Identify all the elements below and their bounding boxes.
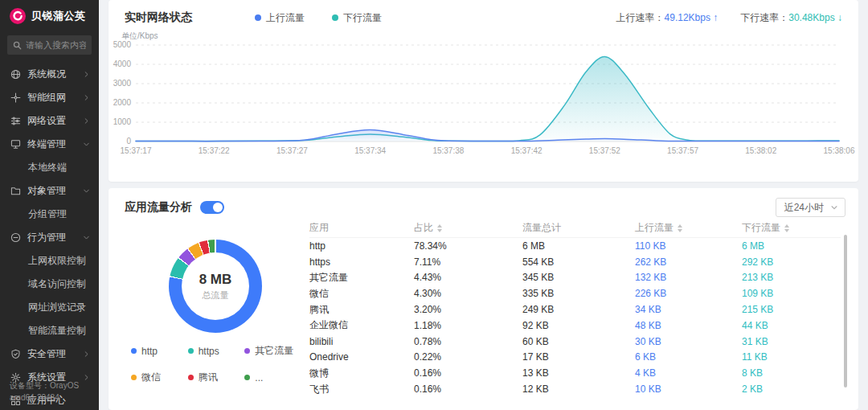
upload-cell: 10 KB — [635, 383, 742, 395]
sidebar-subitem[interactable]: 上网权限控制 — [0, 249, 99, 273]
table-row: https7.11%554 KB262 KB292 KB — [309, 254, 841, 270]
donut-legend: httphttps其它流量微信腾讯... — [131, 344, 301, 384]
sort-icon[interactable] — [784, 224, 789, 232]
donut-legend-item[interactable]: 其它流量 — [244, 344, 301, 358]
share-cell: 7.11% — [414, 256, 522, 268]
legend-dot — [188, 375, 194, 380]
svg-text:15:37:22: 15:37:22 — [199, 146, 230, 155]
sidebar-item-label: 网络设置 — [27, 114, 66, 128]
sidebar-subitem[interactable]: 域名访问控制 — [0, 273, 99, 296]
svg-text:15:38:06: 15:38:06 — [824, 146, 855, 155]
total-cell: 12 KB — [522, 383, 635, 395]
line-chart-legend: 上行流量下行流量 — [255, 11, 382, 25]
download-cell: 2 KB — [742, 383, 841, 395]
svg-text:5000: 5000 — [113, 40, 132, 49]
realtime-network-card: 实时网络状态 上行流量下行流量 上行速率：49.12Kbps ↑ 下行速率：30… — [108, 0, 858, 182]
donut-legend-item[interactable]: https — [188, 344, 245, 358]
device-model-label: 设备型号：OrayOS amd64-20484 — [10, 379, 94, 404]
app-traffic-table: 应用占比流量总计上行流量下行流量 http78.34%6 MB110 KB6 M… — [309, 219, 841, 397]
legend-label: ... — [255, 372, 263, 383]
donut-legend-item[interactable]: 微信 — [131, 371, 188, 384]
terminal-icon — [10, 139, 21, 150]
table-scrollbar[interactable] — [844, 235, 847, 387]
sidebar-item-object-management[interactable]: 对象管理 — [0, 179, 99, 203]
total-cell: 92 KB — [522, 320, 635, 331]
column-header-label: 应用 — [309, 221, 329, 235]
app-name-cell: 微信 — [309, 287, 414, 301]
column-header[interactable]: 占比 — [414, 221, 522, 235]
svg-text:15:37:17: 15:37:17 — [121, 146, 152, 155]
traffic-donut-chart[interactable]: 8 MB 总流量 — [169, 240, 262, 333]
donut-legend-item[interactable]: 腾讯 — [188, 371, 245, 384]
legend-label: 腾讯 — [199, 371, 218, 384]
donut-legend-item[interactable]: ... — [244, 371, 301, 384]
sliders-icon — [10, 116, 21, 126]
down-arrow-icon: ↓ — [837, 12, 842, 23]
sidebar-search[interactable] — [7, 35, 92, 55]
shield-icon — [10, 349, 21, 359]
upload-cell: 34 KB — [635, 304, 742, 315]
sidebar-item-system-overview[interactable]: 系统概况 — [0, 63, 99, 86]
table-row: bilibili0.78%60 KB30 KB31 KB — [309, 334, 841, 350]
table-row: 其它流量4.43%345 KB132 KB213 KB — [309, 270, 841, 286]
sort-icon[interactable] — [437, 224, 442, 232]
search-input[interactable] — [26, 40, 86, 50]
svg-text:1000: 1000 — [113, 117, 132, 126]
sidebar-item-smart-networking[interactable]: 智能组网 — [0, 86, 99, 109]
app-name-cell: 飞书 — [309, 383, 414, 396]
behavior-icon — [10, 232, 21, 243]
sidebar-subitem[interactable]: 分组管理 — [0, 203, 99, 226]
share-cell: 1.18% — [414, 320, 522, 331]
legend-label: 其它流量 — [255, 344, 293, 358]
chevron-right-icon — [82, 93, 91, 102]
column-header-label: 上行流量 — [635, 221, 674, 235]
column-header[interactable]: 上行流量 — [635, 221, 742, 235]
share-cell: 0.22% — [414, 351, 522, 363]
period-select[interactable]: 近24小时 — [776, 198, 845, 217]
column-header: 流量总计 — [522, 221, 635, 235]
download-cell: 292 KB — [742, 256, 841, 268]
donut-total-label: 总流量 — [203, 289, 229, 301]
svg-text:4000: 4000 — [113, 59, 132, 68]
sidebar-item-security-management[interactable]: 安全管理 — [0, 342, 99, 366]
sort-icon[interactable] — [678, 224, 682, 232]
chevron-down-icon — [82, 233, 91, 242]
sidebar-item-network-settings[interactable]: 网络设置 — [0, 109, 99, 133]
column-header-label: 流量总计 — [522, 221, 561, 235]
sidebar-item-label: 安全管理 — [27, 347, 66, 361]
chevron-down-icon — [82, 140, 91, 149]
donut-legend-item[interactable]: http — [131, 344, 188, 358]
download-cell: 44 KB — [742, 320, 841, 331]
legend-label: https — [199, 346, 219, 357]
legend-item[interactable]: 下行流量 — [332, 11, 382, 25]
upload-cell: 48 KB — [635, 320, 742, 331]
column-header-label: 占比 — [414, 221, 433, 235]
legend-item[interactable]: 上行流量 — [255, 11, 305, 25]
app-name-cell: https — [309, 256, 414, 268]
app-name-cell: 微博 — [309, 367, 414, 380]
svg-text:3000: 3000 — [113, 79, 132, 88]
upload-cell: 4 KB — [635, 367, 742, 379]
sidebar-subitem[interactable]: 网址浏览记录 — [0, 296, 99, 319]
svg-text:15:38:02: 15:38:02 — [745, 146, 776, 155]
column-header[interactable]: 下行流量 — [742, 221, 841, 235]
total-cell: 335 KB — [522, 288, 635, 299]
app-title: 贝锐蒲公英 — [31, 9, 86, 23]
upload-cell: 6 KB — [635, 351, 742, 363]
app-name-cell: http — [309, 240, 414, 252]
table-row: http78.34%6 MB110 KB6 MB — [309, 238, 841, 254]
sidebar-item-terminal-management[interactable]: 终端管理 — [0, 133, 99, 156]
table-body: http78.34%6 MB110 KB6 MBhttps7.11%554 KB… — [309, 238, 841, 397]
upload-cell: 262 KB — [635, 256, 742, 268]
app-name-cell: bilibili — [309, 336, 414, 347]
download-rate: 下行速率：30.48Kbps ↓ — [740, 11, 842, 25]
svg-text:15:37:38: 15:37:38 — [432, 146, 464, 155]
sidebar-subitem[interactable]: 本地终端 — [0, 156, 99, 179]
table-row: 飞书0.16%12 KB10 KB2 KB — [309, 381, 841, 397]
sidebar-subitem[interactable]: 智能流量控制 — [0, 319, 99, 342]
svg-text:2000: 2000 — [113, 98, 132, 107]
app-traffic-toggle[interactable] — [200, 201, 224, 214]
sidebar: 贝锐蒲公英 系统概况智能组网网络设置终端管理本地终端对象管理分组管理行为管理上网… — [0, 0, 99, 410]
sidebar-item-behavior-management[interactable]: 行为管理 — [0, 226, 99, 249]
upload-cell: 132 KB — [635, 272, 742, 283]
